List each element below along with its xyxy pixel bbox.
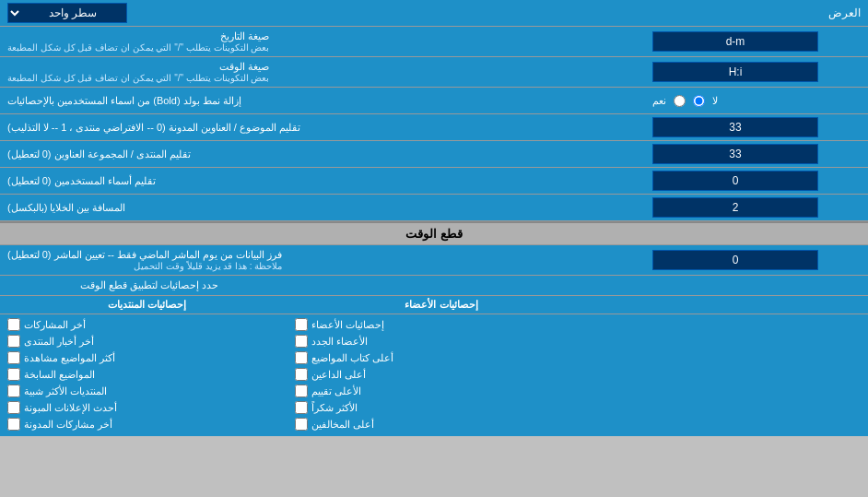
user-sort-input[interactable]: [652, 171, 818, 191]
stats-apply-label: حدد إحصائيات لتطبيق قطع الوقت: [7, 279, 292, 291]
title-sort-input[interactable]: [652, 117, 818, 137]
stat-item-most-thanked: الأكثر شكراً: [295, 401, 573, 414]
stat-label: الأعلى تقييم: [311, 385, 361, 397]
stat-item-top-violators: أعلى المخالفين: [295, 418, 573, 431]
stat-checkbox-hot-topics[interactable]: [7, 368, 20, 381]
stat-label: الأكثر شكراً: [311, 402, 358, 414]
radio-no-label: لا: [712, 95, 718, 107]
stat-label: الأعضاء الجدد: [311, 336, 368, 348]
stat-item-top-inviters: أعلى الداعين: [295, 368, 573, 381]
title-sort-row: تقليم الموضوع / العناوين المدونة (0 -- ا…: [0, 114, 868, 141]
stat-checkbox-last-news[interactable]: [7, 335, 20, 348]
stat-label: أعلى المخالفين: [311, 419, 374, 431]
stat-item-blog-posts: أخر مشاركات المدونة: [7, 418, 286, 431]
time-format-label: صيغة الوقت: [7, 61, 269, 73]
forum-sort-row: تقليم المنتدى / المجموعة العناوين (0 لتع…: [0, 141, 868, 168]
time-filter-label: فرز البيانات من يوم الماشر الماضي فقط --…: [7, 249, 282, 261]
stat-checkbox-top-violators[interactable]: [295, 418, 308, 431]
stat-label: المنتديات الأكثر شبية: [24, 385, 107, 397]
stats-col2-header: إحصائيات الأعضاء: [294, 296, 588, 314]
time-format-row: صيغة الوقت بعض التكوينات يتطلب "/" التي …: [0, 57, 868, 88]
stat-item-hot-topics: المواضيع السابخة: [7, 368, 286, 381]
stat-item-last-news: أخر أخبار المنتدى: [7, 335, 286, 348]
stat-checkbox-top-inviters[interactable]: [295, 368, 308, 381]
stats-items-area: إحصائيات الأعضاء الأعضاء الجدد أعلى كتاب…: [0, 314, 868, 436]
stat-item-most-similar: المنتديات الأكثر شبية: [7, 385, 286, 397]
stat-checkbox-members-stats[interactable]: [295, 318, 308, 331]
radio-no[interactable]: [693, 95, 705, 107]
stat-checkbox-top-rated[interactable]: [295, 385, 308, 397]
time-filter-note: ملاحظة : هذا قد يزيد قليلاً وقت التحميل: [7, 261, 282, 271]
stat-item-new-members: الأعضاء الجدد: [295, 335, 573, 348]
user-sort-row: تقليم أسماء المستخدمين (0 لتعطيل): [0, 168, 868, 195]
title-sort-label: تقليم الموضوع / العناوين المدونة (0 -- ا…: [7, 122, 300, 134]
forum-sort-label: تقليم المنتدى / المجموعة العناوين (0 لتع…: [7, 148, 191, 160]
date-format-input-cell: [647, 27, 868, 56]
cell-spacing-row: المسافة بين الخلايا (بالبكسل): [0, 195, 868, 221]
bold-remove-label-cell: إزالة نمط بولد (Bold) من اسماء المستخدمي…: [0, 88, 647, 113]
date-format-sublabel: بعض التكوينات يتطلب "/" التي يمكن ان تضا…: [7, 42, 269, 53]
forum-sort-label-cell: تقليم المنتدى / المجموعة العناوين (0 لتع…: [0, 141, 647, 167]
stat-label: أعلى الداعين: [311, 369, 366, 381]
date-format-label-cell: صيغة التاريخ بعض التكوينات يتطلب "/" الت…: [0, 27, 647, 56]
time-filter-label-cell: فرز البيانات من يوم الماشر الماضي فقط --…: [0, 245, 647, 275]
cell-spacing-input-cell: [647, 195, 868, 220]
stats-header-row: حدد إحصائيات لتطبيق قطع الوقت: [0, 276, 868, 296]
title-sort-label-cell: تقليم الموضوع / العناوين المدونة (0 -- ا…: [0, 114, 647, 140]
stats-col1-header: إحصائيات المنتديات: [0, 296, 294, 314]
time-format-input-cell: [647, 57, 868, 87]
cell-spacing-input[interactable]: [652, 197, 818, 218]
stat-label: المواضيع السابخة: [24, 369, 95, 381]
time-filter-input[interactable]: [652, 250, 818, 270]
stat-checkbox-most-similar[interactable]: [7, 385, 20, 397]
stat-checkbox-last-posts[interactable]: [7, 318, 20, 331]
cell-spacing-label-cell: المسافة بين الخلايا (بالبكسل): [0, 195, 647, 220]
stat-label: أخر مشاركات المدونة: [24, 419, 112, 431]
stat-item-top-rated: الأعلى تقييم: [295, 385, 573, 397]
time-format-input[interactable]: [652, 62, 818, 82]
stat-label: أحدث الإعلانات المبونة: [24, 402, 117, 414]
bold-remove-label: إزالة نمط بولد (Bold) من اسماء المستخدمي…: [7, 95, 241, 107]
stat-checkbox-most-viewed[interactable]: [7, 351, 20, 364]
stat-label: أكثر المواضيع مشاهدة: [24, 352, 115, 364]
stat-item-top-writers: أعلى كتاب المواضيع: [295, 351, 573, 364]
time-format-sublabel: بعض التكوينات يتطلب "/" التي يمكن ان تضا…: [7, 73, 269, 83]
stat-item-last-posts: أخر المشاركات: [7, 318, 286, 331]
stat-label: أخر أخبار المنتدى: [24, 336, 94, 348]
stat-label: أعلى كتاب المواضيع: [311, 352, 393, 364]
stat-checkbox-most-thanked[interactable]: [295, 401, 308, 414]
top-label: العرض: [828, 6, 861, 19]
cell-spacing-label: المسافة بين الخلايا (بالبكسل): [7, 202, 126, 214]
user-sort-label-cell: تقليم أسماء المستخدمين (0 لتعطيل): [0, 168, 647, 194]
date-format-input[interactable]: [652, 31, 818, 52]
date-format-label: صيغة التاريخ: [7, 30, 269, 42]
title-sort-input-cell: [647, 114, 868, 140]
user-sort-input-cell: [647, 168, 868, 194]
stat-item-latest-ads: أحدث الإعلانات المبونة: [7, 401, 286, 414]
time-section-header: قطع الوقت: [0, 221, 868, 245]
stat-checkbox-latest-ads[interactable]: [7, 401, 20, 414]
stats-col-forums: أخر المشاركات أخر أخبار المنتدى أكثر الم…: [7, 318, 286, 431]
bold-remove-row: لا نعم إزالة نمط بولد (Bold) من اسماء ال…: [0, 88, 868, 114]
radio-yes-label: نعم: [652, 95, 666, 107]
stat-item-members-stats: إحصائيات الأعضاء: [295, 318, 573, 331]
forum-sort-input[interactable]: [652, 144, 818, 164]
forum-sort-input-cell: [647, 141, 868, 167]
date-format-row: صيغة التاريخ بعض التكوينات يتطلب "/" الت…: [0, 27, 868, 57]
time-filter-row: فرز البيانات من يوم الماشر الماضي فقط --…: [0, 245, 868, 276]
bold-remove-input-cell: لا نعم: [647, 88, 868, 113]
display-select[interactable]: سطر واحد: [7, 3, 127, 23]
time-filter-input-cell: [647, 245, 868, 275]
stats-col-members: إحصائيات الأعضاء الأعضاء الجدد أعلى كتاب…: [295, 318, 573, 431]
stat-label: أخر المشاركات: [24, 319, 86, 331]
bold-radio-group: لا نعم: [652, 95, 718, 107]
stat-item-most-viewed: أكثر المواضيع مشاهدة: [7, 351, 286, 364]
stat-checkbox-top-writers[interactable]: [295, 351, 308, 364]
stat-label: إحصائيات الأعضاء: [311, 319, 384, 331]
stats-cols-header: إحصائيات الأعضاء إحصائيات المنتديات: [0, 296, 868, 314]
user-sort-label: تقليم أسماء المستخدمين (0 لتعطيل): [7, 175, 156, 187]
stat-checkbox-blog-posts[interactable]: [7, 418, 20, 431]
radio-yes[interactable]: [674, 95, 686, 107]
stat-checkbox-new-members[interactable]: [295, 335, 308, 348]
time-format-label-cell: صيغة الوقت بعض التكوينات يتطلب "/" التي …: [0, 57, 647, 87]
